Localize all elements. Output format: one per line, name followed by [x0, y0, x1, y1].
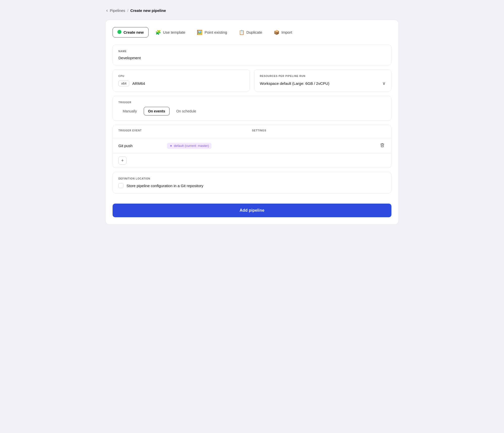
- point-existing-icon: 🖼️: [197, 30, 202, 35]
- tab-bar: Create new 🧩 Use template 🖼️ Point exist…: [113, 27, 391, 37]
- trigger-on-events[interactable]: On events: [144, 107, 170, 115]
- cpu-resources-row: CPU x64 ARM64 RESOURCES PER PIPELINE RUN…: [113, 69, 391, 96]
- trigger-label: TRIGGER: [118, 101, 386, 104]
- name-value[interactable]: Development: [118, 56, 386, 60]
- delete-trigger-button[interactable]: [379, 142, 386, 150]
- trigger-section: TRIGGER Manually On events On schedule: [113, 96, 391, 121]
- tab-import[interactable]: 📦 Import: [269, 27, 297, 37]
- def-location-row: Store pipeline configuration in a Git re…: [118, 183, 386, 188]
- trigger-event-header: TRIGGER EVENT SETTINGS: [113, 125, 391, 138]
- trigger-on-schedule[interactable]: On schedule: [172, 107, 201, 115]
- main-card: Create new 🧩 Use template 🖼️ Point exist…: [105, 20, 399, 225]
- breadcrumb-current: Create new pipeline: [130, 8, 166, 13]
- trigger-event-row: Git push ✦ default (current: master): [113, 138, 391, 153]
- trigger-manually[interactable]: Manually: [118, 107, 141, 115]
- trigger-event-col-label: TRIGGER EVENT: [118, 129, 252, 132]
- definition-label: DEFINITION LOCATION: [118, 177, 386, 180]
- name-section: NAME Development: [113, 45, 391, 65]
- tab-use-template[interactable]: 🧩 Use template: [151, 27, 190, 37]
- breadcrumb-link[interactable]: Pipelines: [110, 8, 125, 13]
- create-new-icon: [117, 30, 121, 35]
- cpu-arm64: ARM64: [132, 81, 145, 86]
- resources-value: Workspace default (Large: 6GB / 2vCPU): [260, 81, 329, 86]
- add-trigger-row: +: [113, 153, 391, 168]
- cpu-tag-x64[interactable]: x64: [118, 81, 129, 86]
- git-repo-checkbox[interactable]: [118, 183, 123, 188]
- definition-location-section: DEFINITION LOCATION Store pipeline confi…: [113, 172, 391, 193]
- breadcrumb-separator: /: [127, 8, 128, 13]
- settings-col-label: SETTINGS: [252, 129, 386, 132]
- tab-create-new[interactable]: Create new: [113, 27, 149, 37]
- trigger-event-section: TRIGGER EVENT SETTINGS Git push ✦ defaul…: [113, 125, 391, 168]
- branch-badge[interactable]: ✦ default (current: master): [167, 143, 212, 149]
- name-label: NAME: [118, 50, 386, 53]
- resources-row: Workspace default (Large: 6GB / 2vCPU) ∨: [260, 81, 386, 86]
- tab-duplicate[interactable]: 📋 Duplicate: [234, 27, 267, 37]
- add-pipeline-button[interactable]: Add pipeline: [113, 204, 391, 217]
- trigger-options: Manually On events On schedule: [118, 107, 386, 115]
- branch-label: default (current: master): [174, 144, 209, 148]
- import-icon: 📦: [274, 30, 279, 35]
- cpu-section: CPU x64 ARM64: [113, 69, 250, 92]
- duplicate-icon: 📋: [239, 30, 244, 35]
- tab-point-existing[interactable]: 🖼️ Point existing: [192, 27, 232, 37]
- git-repo-label: Store pipeline configuration in a Git re…: [127, 184, 203, 188]
- resources-label: RESOURCES PER PIPELINE RUN: [260, 75, 386, 77]
- branch-icon: ✦: [170, 144, 173, 148]
- back-button[interactable]: ‹: [106, 8, 108, 13]
- add-trigger-button[interactable]: +: [118, 156, 127, 165]
- resources-section: RESOURCES PER PIPELINE RUN Workspace def…: [254, 69, 391, 92]
- breadcrumb: ‹ Pipelines / Create new pipeline: [105, 8, 399, 13]
- trigger-event-name: Git push: [118, 144, 164, 148]
- page-wrapper: ‹ Pipelines / Create new pipeline Create…: [105, 8, 399, 225]
- cpu-options: x64 ARM64: [118, 81, 244, 86]
- use-template-icon: 🧩: [155, 30, 161, 35]
- cpu-label: CPU: [118, 75, 244, 77]
- chevron-down-icon[interactable]: ∨: [382, 81, 386, 86]
